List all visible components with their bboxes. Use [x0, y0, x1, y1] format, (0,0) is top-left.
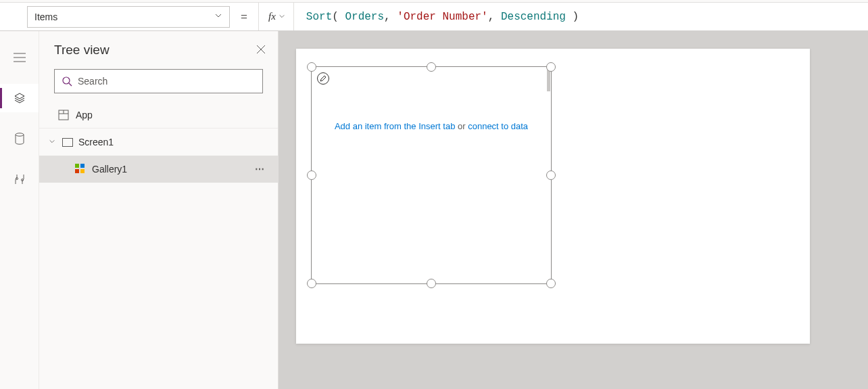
gallery-icon: [74, 163, 85, 176]
tree-node-label: Gallery1: [92, 164, 127, 175]
panel-title: Tree view: [54, 43, 110, 58]
chevron-down-icon: [214, 12, 222, 22]
svg-rect-8: [75, 169, 79, 173]
chevron-down-icon[interactable]: [47, 137, 57, 147]
resize-handle-bm[interactable]: [427, 279, 436, 288]
property-dropdown[interactable]: Items: [27, 6, 230, 28]
canvas-area: Add an item from the Insert tab or conne…: [279, 31, 868, 389]
svg-rect-9: [80, 169, 85, 173]
formula-token-comma: ,: [384, 11, 391, 23]
app-icon: [58, 110, 69, 120]
search-input[interactable]: [54, 69, 263, 93]
formula-token-fn: Sort: [306, 11, 332, 23]
svg-rect-7: [80, 164, 85, 168]
panel-header: Tree view: [39, 31, 278, 69]
resize-handle-tm[interactable]: [427, 62, 436, 72]
svg-point-0: [16, 133, 24, 136]
formula-token-space: [391, 11, 397, 23]
gallery-placeholder: Add an item from the Insert tab or conne…: [312, 121, 551, 131]
data-tab[interactable]: [0, 124, 39, 153]
hamburger-menu-button[interactable]: [0, 43, 39, 72]
database-icon: [14, 133, 25, 145]
formula-token-space: [566, 11, 573, 23]
left-rail: [0, 31, 39, 389]
tree-node-app[interactable]: App: [39, 101, 278, 129]
search-field[interactable]: [78, 76, 256, 87]
placeholder-mid: or: [455, 121, 468, 131]
fx-button[interactable]: fx: [258, 3, 294, 30]
screen-canvas[interactable]: Add an item from the Insert tab or conne…: [296, 49, 810, 344]
resize-handle-br[interactable]: [546, 279, 556, 288]
tools-icon: [14, 173, 25, 185]
advanced-tools-tab[interactable]: [0, 165, 39, 193]
more-options-button[interactable]: ⋯: [255, 164, 266, 175]
property-value: Items: [34, 12, 57, 22]
tree-view-panel: Tree view App Screen1: [39, 31, 279, 389]
formula-token-keyword: Descending: [501, 11, 566, 23]
tree-view-tab[interactable]: [0, 84, 39, 112]
insert-tab-link[interactable]: Add an item from the Insert tab: [335, 121, 455, 131]
svg-rect-5: [63, 138, 73, 146]
layers-icon: [14, 92, 26, 104]
formula-token-paren: ): [573, 11, 579, 23]
resize-handle-tr[interactable]: [546, 62, 556, 72]
formula-token-identifier: Orders: [345, 11, 384, 23]
svg-point-1: [16, 178, 18, 180]
resize-handle-tl[interactable]: [307, 62, 316, 72]
screen-icon: [62, 138, 73, 147]
gallery-selection[interactable]: Add an item from the Insert tab or conne…: [311, 66, 552, 284]
tree-node-label: Screen1: [78, 137, 114, 147]
close-icon: [256, 45, 266, 54]
formula-token-comma: ,: [488, 11, 495, 23]
search-container: [39, 69, 278, 101]
tree-node-label: App: [76, 110, 93, 120]
edit-gallery-button[interactable]: [317, 72, 329, 85]
connect-data-link[interactable]: connect to data: [468, 121, 528, 131]
tree-node-screen[interactable]: Screen1: [39, 129, 278, 156]
tree-node-gallery[interactable]: Gallery1 ⋯: [39, 156, 278, 183]
gallery-scrollbar[interactable]: [547, 68, 550, 91]
search-icon: [62, 76, 72, 87]
fx-label: fx: [268, 11, 276, 22]
svg-rect-6: [75, 164, 79, 168]
formula-input[interactable]: Sort( Orders, 'Order Number', Descending…: [294, 3, 868, 30]
chevron-down-icon: [279, 13, 285, 21]
svg-point-2: [21, 179, 23, 181]
body: Tree view App Screen1: [0, 31, 868, 389]
pencil-icon: [320, 75, 327, 82]
formula-token-space: [339, 11, 345, 23]
formula-token-paren: (: [332, 11, 339, 23]
formula-token-space: [494, 11, 501, 23]
close-panel-button[interactable]: [256, 45, 266, 56]
tree: App Screen1 Gallery1: [39, 101, 278, 389]
resize-handle-ml[interactable]: [307, 170, 316, 180]
resize-handle-bl[interactable]: [307, 279, 316, 288]
formula-bar: Items = fx Sort( Orders, 'Order Number',…: [0, 3, 868, 31]
equals-label: =: [230, 10, 258, 24]
formula-token-string: 'Order Number': [397, 11, 487, 23]
resize-handle-mr[interactable]: [546, 170, 556, 180]
svg-point-3: [63, 77, 70, 84]
